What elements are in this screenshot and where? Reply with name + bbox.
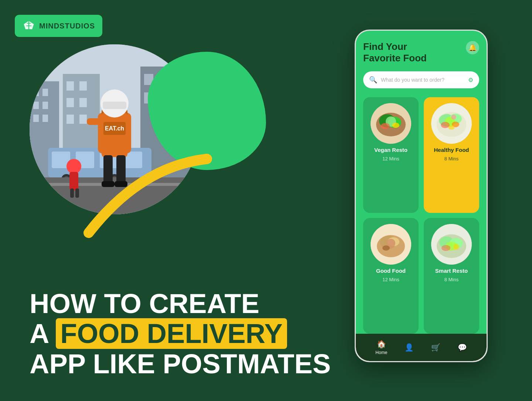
chat-icon: 💬 (458, 343, 467, 352)
notification-bell[interactable]: 🔔 (466, 41, 479, 54)
svg-rect-37 (103, 102, 126, 109)
search-input[interactable]: What do you want to order? (381, 77, 464, 83)
nav-profile[interactable]: 👤 (405, 343, 414, 352)
headline-line2: A FOOD DELIVERY (30, 319, 331, 349)
vegan-resto-name: Vegan Resto (374, 147, 407, 153)
good-food-name: Good Food (376, 268, 406, 274)
smart-resto-name: Smart Resto (435, 268, 468, 274)
svg-rect-11 (66, 98, 74, 107)
svg-point-77 (453, 244, 459, 250)
filter-icon[interactable]: ⚙ (468, 77, 473, 84)
svg-rect-13 (66, 115, 74, 124)
food-grid: Vegan Resto 12 Mins (363, 97, 479, 334)
phone-title: Find Your Favorite Food (363, 41, 427, 64)
svg-point-64 (451, 115, 456, 120)
nav-home[interactable]: 🏠 Home (375, 340, 387, 355)
logo-bar: MINDSTUDIOS (15, 15, 102, 37)
logo-text: MINDSTUDIOS (39, 22, 95, 30)
search-icon: 🔍 (369, 76, 377, 84)
cart-icon: 🛒 (431, 343, 440, 352)
food-card-smart[interactable]: Smart Resto 8 Mins (424, 218, 479, 334)
food-image-smart (431, 224, 472, 265)
svg-point-63 (449, 125, 455, 130)
svg-point-61 (441, 122, 450, 128)
svg-rect-10 (79, 81, 87, 91)
svg-rect-12 (79, 98, 87, 107)
food-card-vegan[interactable]: Vegan Resto 12 Mins (363, 97, 419, 213)
svg-rect-5 (42, 102, 48, 109)
vegan-resto-time: 12 Mins (382, 156, 399, 162)
svg-rect-9 (66, 81, 74, 91)
food-image-healthy (431, 103, 472, 144)
headline-line3: APP LIKE POSTMATES (30, 349, 331, 379)
search-bar[interactable]: 🔍 What do you want to order? ⚙ (363, 71, 479, 88)
healthy-food-name: Healthy Food (434, 147, 469, 153)
svg-rect-44 (87, 118, 102, 125)
home-label: Home (375, 350, 387, 355)
good-food-time: 12 Mins (382, 277, 399, 282)
phone-screen: Find Your Favorite Food 🔔 🔍 What do you … (356, 31, 487, 334)
svg-point-54 (381, 123, 390, 129)
food-card-healthy[interactable]: Healthy Food 8 Mins (424, 97, 479, 213)
food-image-good (371, 224, 411, 265)
logo-icon (22, 19, 35, 33)
food-card-good[interactable]: Good Food 12 Mins (363, 218, 419, 334)
svg-point-76 (441, 245, 450, 251)
profile-icon: 👤 (405, 343, 414, 352)
healthy-food-time: 8 Mins (444, 156, 458, 162)
svg-rect-6 (33, 115, 39, 122)
headline-section: HOW TO CREATE A FOOD DELIVERY APP LIKE P… (30, 289, 331, 379)
headline-line1: HOW TO CREATE (30, 289, 331, 319)
home-icon: 🏠 (377, 340, 386, 349)
phone-header: Find Your Favorite Food 🔔 (363, 41, 479, 64)
nav-chat[interactable]: 💬 (458, 343, 467, 352)
svg-rect-2 (33, 89, 39, 96)
phone-mockup: Find Your Favorite Food 🔔 🔍 What do you … (355, 30, 488, 362)
food-image-vegan (371, 103, 411, 144)
bottom-navigation: 🏠 Home 👤 🛒 💬 (356, 334, 487, 361)
svg-point-70 (382, 245, 390, 251)
svg-rect-7 (42, 115, 48, 122)
phone-frame: Find Your Favorite Food 🔔 🔍 What do you … (355, 30, 488, 362)
yellow-curve-decoration (66, 129, 222, 242)
svg-rect-14 (79, 115, 87, 124)
nav-cart[interactable]: 🛒 (431, 343, 440, 352)
svg-point-55 (392, 123, 399, 128)
smart-resto-time: 8 Mins (444, 277, 458, 282)
svg-rect-3 (42, 89, 48, 96)
headline-highlight: FOOD DELIVERY (56, 318, 287, 349)
svg-rect-4 (33, 102, 39, 109)
